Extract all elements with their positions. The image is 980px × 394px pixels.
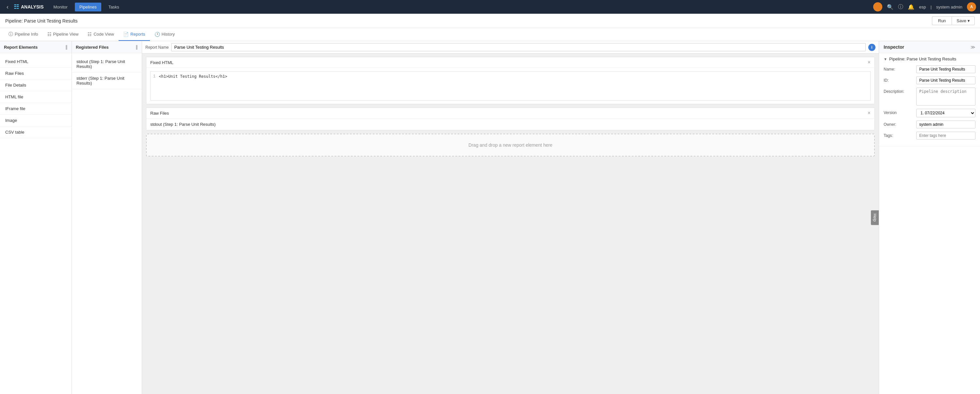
report-name-input[interactable] — [171, 43, 865, 51]
nav-logo-label: ANALYSIS — [21, 4, 44, 10]
inspector-id-label: ID: — [884, 76, 913, 83]
registered-files-collapse-button[interactable]: ‖ — [135, 44, 138, 50]
inspector-description-field: Description: — [884, 87, 975, 105]
status-indicator — [873, 2, 882, 11]
report-name-bar: Report Name i — [142, 41, 879, 54]
tab-reports[interactable]: 📄 Reports — [119, 28, 150, 41]
search-icon[interactable]: 🔍 — [887, 4, 893, 10]
help-icon[interactable]: ⓘ — [898, 3, 903, 10]
tab-history-label: History — [162, 32, 175, 37]
report-elements-collapse-button[interactable]: ‖ — [65, 44, 68, 50]
tab-reports-label: Reports — [130, 32, 145, 37]
inspector-version-label: Version — [884, 109, 913, 115]
inspector-tags-field: Tags: — [884, 132, 975, 140]
save-label: Save — [956, 18, 966, 23]
inspector-version-select[interactable]: 1. 07/22/2024 — [916, 109, 975, 117]
tab-bar: ⓘ Pipeline Info ☷ Pipeline View ☷ Code V… — [0, 28, 980, 41]
report-card-raw-files-title: Raw Files — [150, 111, 169, 116]
help-label: Help — [872, 214, 877, 222]
info-circle-icon: ⓘ — [8, 31, 13, 37]
run-button[interactable]: Run — [932, 16, 952, 25]
inspector-pipeline-section: ▼ Pipeline: Parse Unit Testing Results N… — [879, 53, 980, 146]
report-card-raw-files-body: stdout (Step 1: Parse Unit Results) — [146, 119, 875, 130]
inspector-id-input[interactable] — [916, 76, 975, 84]
inspector-name-label: Name: — [884, 65, 913, 71]
logo-icon: ☷ — [14, 3, 19, 10]
code-content: <h1>Unit Testing Results</h1> — [159, 74, 228, 98]
element-image[interactable]: Image — [0, 115, 72, 126]
inspector-tags-input[interactable] — [916, 132, 975, 140]
inspector-owner-field: Owner: — [884, 121, 975, 129]
inspector-header: Inspector ≫ — [879, 41, 980, 53]
inspector-owner-label: Owner: — [884, 121, 913, 127]
file-stderr[interactable]: stderr (Step 1: Parse Unit Results) — [72, 73, 142, 89]
inspector-collapse-button[interactable]: ≫ — [970, 44, 975, 50]
main-layout: Report Elements ‖ Fixed HTML Raw Files F… — [0, 41, 980, 394]
inspector-section-label: Pipeline: Parse Unit Testing Results — [889, 57, 956, 61]
report-elements-title: Report Elements — [4, 45, 38, 50]
report-elements-header: Report Elements ‖ — [0, 41, 72, 53]
save-chevron-icon: ▾ — [967, 18, 970, 23]
report-card-fixed-html-close-button[interactable]: × — [868, 60, 870, 65]
file-stdout[interactable]: stdout (Step 1: Parse Unit Results) — [72, 56, 142, 73]
inspector-name-field: Name: — [884, 65, 975, 73]
chevron-down-icon[interactable]: ▼ — [884, 57, 887, 61]
panel-inspector: Inspector ≫ ▼ Pipeline: Parse Unit Testi… — [879, 41, 980, 394]
pipeline-name: Parse Unit Testing Results — [24, 18, 78, 24]
inspector-name-input[interactable] — [916, 65, 975, 73]
nav-language: esp — [919, 5, 926, 10]
element-iframe-file[interactable]: IFrame file — [0, 103, 72, 115]
nav-separator: | — [930, 5, 931, 10]
inspector-tags-label: Tags: — [884, 132, 913, 138]
nav-tasks-tab[interactable]: Tasks — [104, 3, 124, 11]
code-area[interactable]: 1 <h1>Unit Testing Results</h1> — [150, 71, 870, 101]
inspector-title: Inspector — [884, 44, 904, 50]
report-card-raw-files-header: Raw Files × — [146, 108, 875, 119]
nav-back-button[interactable]: ‹ — [4, 2, 11, 12]
registered-files-list: stdout (Step 1: Parse Unit Results) stde… — [72, 53, 142, 394]
report-card-fixed-html-body: 1 <h1>Unit Testing Results</h1> — [146, 68, 875, 104]
save-button[interactable]: Save ▾ — [951, 16, 975, 25]
inspector-owner-input[interactable] — [916, 121, 975, 129]
report-content: Fixed HTML × 1 <h1>Unit Testing Results<… — [142, 54, 879, 394]
history-icon: 🕐 — [154, 32, 160, 37]
user-avatar[interactable]: A — [967, 2, 976, 11]
inspector-section-title: ▼ Pipeline: Parse Unit Testing Results — [884, 57, 975, 61]
code-view-icon: ☷ — [88, 32, 92, 37]
pipeline-view-icon: ☷ — [48, 32, 52, 37]
nav-logo: ☷ ANALYSIS — [14, 3, 44, 10]
element-file-details[interactable]: File Details — [0, 79, 72, 91]
registered-files-header: Registered Files ‖ — [72, 41, 142, 53]
reports-icon: 📄 — [123, 32, 129, 37]
drop-zone[interactable]: Drag and drop a new report element here — [146, 133, 875, 156]
nav-monitor-tab[interactable]: Monitor — [49, 3, 72, 11]
nav-username: system admin — [936, 5, 963, 10]
pipeline-breadcrumb: Pipeline: Parse Unit Testing Results — [5, 18, 78, 24]
report-card-raw-files-close-button[interactable]: × — [868, 110, 870, 116]
element-raw-files[interactable]: Raw Files — [0, 68, 72, 79]
top-nav: ‹ ☷ ANALYSIS Monitor Pipelines Tasks 🔍 ⓘ… — [0, 0, 980, 14]
panel-report-elements: Report Elements ‖ Fixed HTML Raw Files F… — [0, 41, 72, 394]
drop-zone-label: Drag and drop a new report element here — [468, 143, 552, 148]
pipeline-actions: Run Save ▾ — [932, 16, 975, 25]
nav-pipelines-tab[interactable]: Pipelines — [75, 3, 101, 11]
registered-files-title: Registered Files — [76, 45, 108, 50]
panel-report: Report Name i Fixed HTML × 1 <h1>Unit Te… — [142, 41, 879, 394]
element-fixed-html[interactable]: Fixed HTML — [0, 56, 72, 68]
element-html-file[interactable]: HTML file — [0, 91, 72, 103]
inspector-description-label: Description: — [884, 87, 913, 94]
inspector-version-field: Version 1. 07/22/2024 — [884, 109, 975, 117]
pipeline-prefix: Pipeline: — [5, 18, 23, 24]
tab-history[interactable]: 🕐 History — [150, 28, 179, 41]
report-card-fixed-html: Fixed HTML × 1 <h1>Unit Testing Results<… — [146, 57, 875, 104]
report-info-button[interactable]: i — [868, 44, 875, 51]
tab-pipeline-info[interactable]: ⓘ Pipeline Info — [4, 28, 43, 41]
panel-registered-files: Registered Files ‖ stdout (Step 1: Parse… — [72, 41, 142, 394]
element-csv-table[interactable]: CSV table — [0, 126, 72, 138]
inspector-description-textarea[interactable] — [916, 87, 975, 105]
tab-pipeline-view[interactable]: ☷ Pipeline View — [43, 28, 83, 41]
tab-code-view[interactable]: ☷ Code View — [83, 28, 119, 41]
bell-icon[interactable]: 🔔 — [908, 4, 914, 10]
raw-files-subtitle: stdout (Step 1: Parse Unit Results) — [150, 122, 216, 127]
help-tab[interactable]: Help — [871, 210, 879, 225]
